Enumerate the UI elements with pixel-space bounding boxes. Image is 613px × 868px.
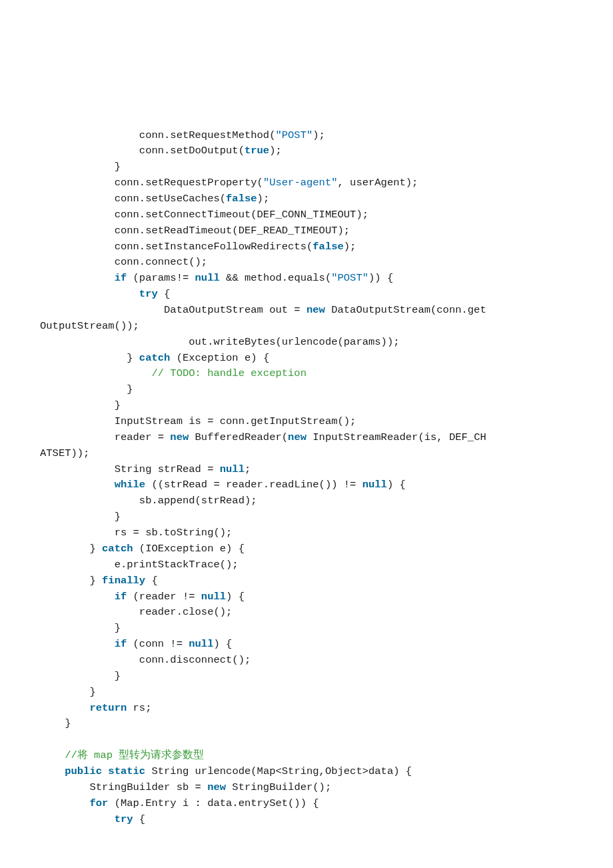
code-token: conn.setInstanceFollowRedirects( xyxy=(115,241,313,253)
code-token: String strRead = xyxy=(115,463,220,475)
code-token: return xyxy=(89,702,127,714)
code-token: ); xyxy=(269,145,282,157)
code-token: new xyxy=(170,431,189,443)
code-token: } xyxy=(115,161,121,173)
code-token: ); xyxy=(257,193,270,205)
code-token: conn.setRequestProperty( xyxy=(115,177,263,189)
code-token: if xyxy=(115,638,127,650)
code-token: public xyxy=(65,765,102,777)
code-token: , userAgent); xyxy=(338,177,418,189)
code-token: catch xyxy=(139,352,171,364)
code-block: conn.setRequestMethod("POST"); conn.setD… xyxy=(40,128,573,828)
code-token: null xyxy=(362,479,387,491)
code-token: { xyxy=(133,813,146,825)
code-token: } xyxy=(127,352,139,364)
code-token: DataOutputStream out = xyxy=(164,304,306,316)
code-token: StringBuilder(); xyxy=(226,781,331,793)
code-token: // TODO: handle exception xyxy=(151,367,306,379)
code-token: catch xyxy=(102,543,133,555)
code-token: BufferedReader( xyxy=(189,431,288,443)
code-token: (conn != xyxy=(127,638,189,650)
code-token: false xyxy=(226,193,257,205)
code-token: for xyxy=(89,797,108,809)
code-token: try xyxy=(115,813,133,825)
code-token: reader.close(); xyxy=(139,606,233,618)
code-token: try xyxy=(139,288,158,300)
code-token: rs = sb.toString(); xyxy=(115,527,233,539)
code-token: (Exception e) { xyxy=(170,352,269,364)
code-token: if xyxy=(115,591,127,603)
code-token: "POST" xyxy=(275,129,312,141)
code-token: } xyxy=(115,511,121,523)
code-token: { xyxy=(158,288,171,300)
code-token: conn.setDoOutput( xyxy=(139,145,245,157)
code-token: ((strRead = reader.readLine()) != xyxy=(145,479,362,491)
code-token: String urlencode(Map<String,Object>data)… xyxy=(145,765,412,777)
code-token: ) { xyxy=(226,591,245,603)
code-token: if xyxy=(115,272,127,284)
code-token: "POST" xyxy=(331,272,368,284)
code-token: && method.equals( xyxy=(220,272,331,284)
code-token xyxy=(102,765,108,777)
code-token: ; xyxy=(245,463,251,475)
code-token: "User-agent" xyxy=(263,177,338,189)
code-token: ATSET)); xyxy=(40,447,89,459)
code-token: } xyxy=(65,717,71,729)
code-token: //将 map 型转为请求参数型 xyxy=(65,749,204,761)
code-token: ) { xyxy=(213,638,232,650)
code-token: (Map.Entry i : data.entrySet()) { xyxy=(108,797,318,809)
code-token: } xyxy=(115,622,121,634)
code-token: ); xyxy=(344,241,356,253)
code-token: StringBuilder sb = xyxy=(89,781,207,793)
code-token: InputStreamReader(is, DEF_CH xyxy=(306,431,486,443)
code-token: ); xyxy=(312,129,325,141)
code-token: )) { xyxy=(368,272,393,284)
code-token: true xyxy=(245,145,269,157)
code-token: ) { xyxy=(387,479,406,491)
code-token: { xyxy=(145,575,158,587)
code-token: e.printStackTrace(); xyxy=(115,559,239,571)
code-token: new xyxy=(306,304,325,316)
code-token: conn.setConnectTimeout(DEF_CONN_TIMEOUT)… xyxy=(115,209,368,221)
code-token: } xyxy=(89,543,102,555)
code-token: (params!= xyxy=(127,272,195,284)
code-token: (reader != xyxy=(127,591,201,603)
code-token: rs; xyxy=(127,702,151,714)
code-token: conn.setUseCaches( xyxy=(115,193,226,205)
code-token: } xyxy=(127,383,133,395)
code-token: static xyxy=(108,765,145,777)
code-token: finally xyxy=(102,575,145,587)
code-token: reader = xyxy=(115,431,171,443)
code-token: null xyxy=(195,272,220,284)
code-token: while xyxy=(115,479,146,491)
code-token: false xyxy=(312,241,344,253)
code-token: DataOutputStream(conn.get xyxy=(325,304,486,316)
code-token: out.writeBytes(urlencode(params)); xyxy=(189,336,399,348)
code-token: sb.append(strRead); xyxy=(139,495,257,507)
code-token: InputStream is = conn.getInputStream(); xyxy=(115,415,356,427)
code-token: conn.disconnect(); xyxy=(139,654,251,666)
code-token: null xyxy=(189,638,213,650)
code-token: } xyxy=(89,575,102,587)
code-token: null xyxy=(220,463,245,475)
code-token: (IOException e) { xyxy=(133,543,245,555)
code-token: null xyxy=(201,591,226,603)
code-token: conn.setRequestMethod( xyxy=(139,129,276,141)
code-token: new xyxy=(207,781,226,793)
code-token: conn.setReadTimeout(DEF_READ_TIMEOUT); xyxy=(115,225,350,237)
code-token: } xyxy=(115,399,121,411)
code-token: new xyxy=(288,431,306,443)
code-token: } xyxy=(115,670,121,682)
code-token: OutputStream()); xyxy=(40,320,139,332)
code-token: } xyxy=(89,686,95,698)
code-token: conn.connect(); xyxy=(115,256,208,268)
